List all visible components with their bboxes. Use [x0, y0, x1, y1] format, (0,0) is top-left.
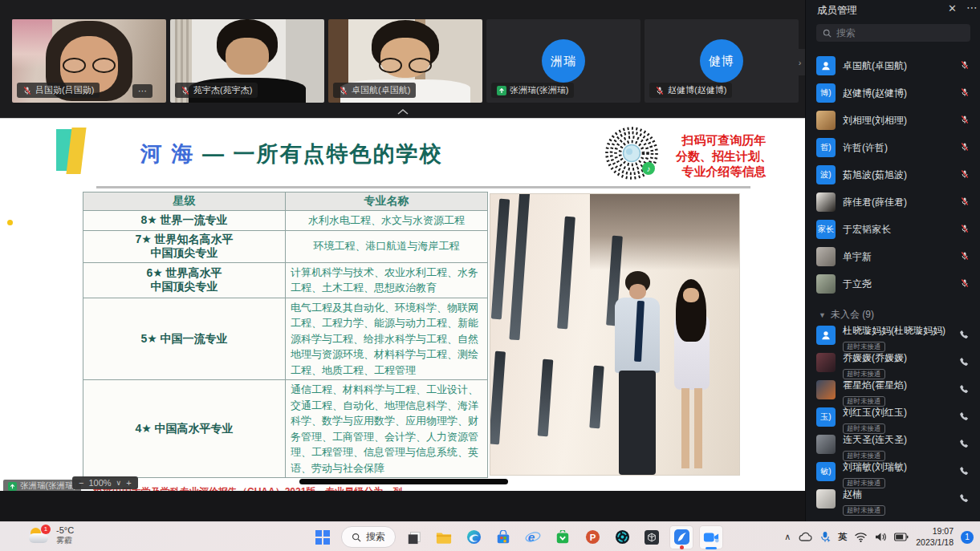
not-joined-row[interactable]: 乔媛媛(乔媛媛)超时未接通: [816, 351, 980, 375]
participant-name-label: 张洲瑞(张洲瑞): [491, 83, 574, 98]
member-row[interactable]: 于立尧: [816, 273, 980, 295]
edge-browser-button[interactable]: [462, 526, 485, 549]
participant-tile[interactable]: 健博赵健博(赵健博): [645, 19, 799, 103]
member-mic-status[interactable]: [960, 140, 970, 155]
mic-muted-icon[interactable]: [22, 86, 32, 95]
file-explorer-button[interactable]: [433, 526, 455, 549]
ime-indicator[interactable]: 英: [838, 531, 847, 543]
wifi-icon[interactable]: [854, 532, 868, 542]
not-joined-row[interactable]: 敏)刘瑞敏(刘瑞敏)超时未接通: [816, 460, 980, 484]
member-row[interactable]: 单宇新: [816, 245, 980, 268]
game-cube-app-button[interactable]: [640, 526, 663, 549]
document-scrollbar[interactable]: [299, 479, 508, 484]
green-store-app-button[interactable]: [551, 526, 574, 549]
folder-icon: [436, 530, 452, 545]
call-member-button[interactable]: [959, 411, 970, 425]
phone-call-icon[interactable]: [959, 384, 970, 395]
not-joined-row[interactable]: 玉)刘红玉(刘红玉)超时未接通: [816, 406, 980, 430]
avatar: [816, 247, 836, 266]
weather-widget[interactable]: 1 -5°C 雾霾: [29, 525, 74, 545]
not-joined-row[interactable]: 赵楠超时未接通: [816, 488, 980, 512]
not-joined-row[interactable]: 杜晓璇妈妈(杜晓璇妈妈)超时未接通: [816, 324, 980, 348]
video-strip: 吕国勋(吕国勋)⋯苑宇杰(苑宇杰)卓国航(卓国航)洲瑞张洲瑞(张洲瑞)健博赵健博…: [0, 0, 805, 118]
microsoft-store-button[interactable]: [492, 526, 514, 549]
battery-icon[interactable]: [894, 533, 909, 541]
microphone-in-use-icon[interactable]: [819, 531, 831, 543]
call-member-button[interactable]: [959, 438, 970, 452]
member-panel-header: 成员管理 ✕ ⋯: [806, 0, 980, 21]
notification-center-badge[interactable]: 1: [961, 531, 974, 544]
member-mic-status[interactable]: [960, 222, 970, 237]
tile-more-button[interactable]: ⋯: [132, 84, 152, 98]
participant-tile[interactable]: 洲瑞张洲瑞(张洲瑞): [486, 19, 640, 103]
participant-tile[interactable]: 吕国勋(吕国勋)⋯: [12, 19, 166, 103]
mic-muted-icon[interactable]: [339, 86, 348, 95]
mic-muted-icon[interactable]: [960, 60, 970, 70]
member-mic-status[interactable]: [960, 168, 970, 182]
member-name: 赵楠: [843, 488, 959, 501]
mic-muted-icon[interactable]: [960, 251, 970, 261]
member-row[interactable]: 家长于宏韬家长: [816, 218, 980, 241]
mic-muted-icon[interactable]: [960, 115, 970, 124]
member-mic-status[interactable]: [960, 195, 970, 209]
member-mic-status[interactable]: [960, 59, 970, 73]
participant-tile[interactable]: 苑宇杰(苑宇杰): [170, 19, 324, 103]
member-row[interactable]: 刘相理(刘相理): [816, 109, 980, 132]
member-mic-status[interactable]: [960, 86, 970, 100]
windows-start-button[interactable]: [311, 526, 334, 549]
zoom-out-button[interactable]: −: [79, 478, 83, 488]
member-mic-status[interactable]: [960, 249, 970, 264]
not-joined-section-header[interactable]: ▼ 未入会 (9): [819, 308, 874, 322]
clock[interactable]: 19:07 2023/1/18: [916, 526, 954, 548]
mic-muted-icon[interactable]: [960, 224, 970, 233]
mic-muted-icon[interactable]: [960, 142, 970, 152]
phone-call-icon[interactable]: [959, 466, 970, 476]
member-row[interactable]: 波)茹旭波(茹旭波): [816, 164, 980, 186]
phone-call-icon[interactable]: [959, 493, 970, 504]
avatar: [816, 56, 836, 75]
member-row[interactable]: 哲)许哲(许哲): [816, 136, 980, 159]
zoom-caret-icon[interactable]: ∨: [116, 479, 122, 487]
meeting-app-button[interactable]: [700, 526, 722, 549]
member-mic-status[interactable]: [960, 277, 970, 291]
not-joined-row[interactable]: 霍星焰(霍星焰)超时未接通: [816, 379, 980, 403]
call-member-button[interactable]: [959, 356, 970, 371]
member-row[interactable]: 博)赵健博(赵健博): [816, 82, 980, 104]
phone-call-icon[interactable]: [959, 357, 970, 367]
taskbar-search[interactable]: 搜索: [341, 526, 396, 548]
tray-chevron-up[interactable]: ∧: [784, 532, 791, 542]
more-options-icon[interactable]: ⋯: [966, 1, 978, 14]
mic-muted-icon[interactable]: [960, 87, 970, 97]
call-member-button[interactable]: [959, 383, 970, 398]
dark-circle-app-button[interactable]: [611, 526, 633, 549]
phone-call-icon[interactable]: [959, 439, 970, 449]
member-row[interactable]: 卓国航(卓国航): [816, 55, 980, 77]
mic-muted-icon[interactable]: [960, 196, 970, 206]
member-search-input[interactable]: 搜索: [816, 24, 970, 42]
slide-title-rest: — 一所有点特色的学校: [195, 142, 443, 166]
mic-muted-icon[interactable]: [181, 86, 190, 95]
speaker-icon[interactable]: [875, 532, 887, 542]
call-member-button[interactable]: [959, 465, 970, 480]
ie-browser-button[interactable]: e: [522, 526, 544, 549]
member-mic-status[interactable]: [960, 113, 970, 128]
mic-muted-icon[interactable]: [655, 86, 665, 95]
mic-muted-icon[interactable]: [960, 278, 970, 288]
blue-quill-app-button[interactable]: [670, 526, 693, 549]
collapse-strip-button[interactable]: [0, 106, 805, 118]
member-row[interactable]: 薛佳君(薛佳君): [816, 191, 980, 213]
call-member-button[interactable]: [959, 492, 970, 507]
phone-call-icon[interactable]: [959, 411, 970, 422]
expand-panel-tab[interactable]: ›: [795, 49, 805, 75]
onedrive-cloud-icon[interactable]: [798, 532, 812, 542]
close-icon[interactable]: ✕: [948, 2, 957, 14]
phone-call-icon[interactable]: [959, 330, 970, 340]
participant-tile[interactable]: 卓国航(卓国航): [328, 19, 482, 103]
zoom-in-button[interactable]: +: [126, 478, 131, 488]
call-member-button[interactable]: [959, 329, 970, 343]
powerpoint-button[interactable]: P: [581, 526, 604, 549]
zoom-level[interactable]: 100%: [88, 478, 111, 488]
not-joined-row[interactable]: 连天圣(连天圣)超时未接通: [816, 433, 980, 457]
mic-muted-icon[interactable]: [960, 169, 970, 179]
task-view-button[interactable]: [403, 526, 425, 549]
